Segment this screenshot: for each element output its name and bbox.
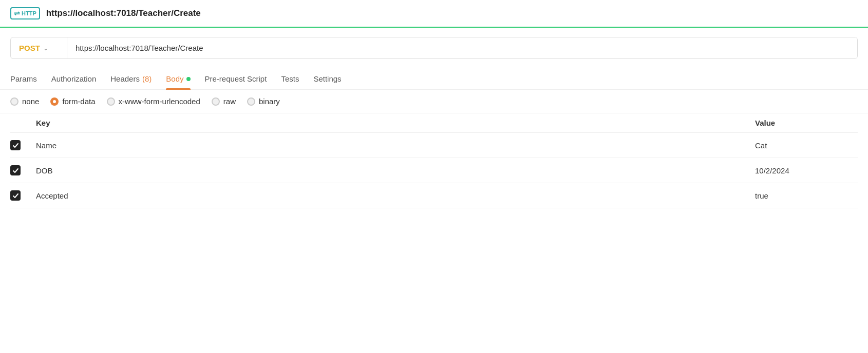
body-type-binary[interactable]: binary <box>247 97 280 106</box>
radio-form-data-icon <box>50 97 59 106</box>
row-row-accepted-value: true <box>755 191 858 200</box>
tab-settings-label: Settings <box>313 74 341 83</box>
value-column-header: Value <box>755 119 858 127</box>
http-arrows-icon: ⇌ <box>14 9 20 17</box>
body-type-form-data[interactable]: form-data <box>50 97 95 106</box>
tab-prerequest[interactable]: Pre-request Script <box>205 68 267 89</box>
radio-x-www-form-urlencoded-icon <box>107 97 115 106</box>
checkbox-row-dob[interactable] <box>10 165 36 175</box>
title-bar: ⇌ HTTP https://localhost:7018/Teacher/Cr… <box>0 0 868 28</box>
tab-headers-label: Headers <box>110 74 140 83</box>
row-row-name-key: Name <box>36 141 755 150</box>
tab-params-label: Params <box>10 74 37 83</box>
table-section: Key Value NameCatDOB10/2/2024Acceptedtru… <box>0 113 868 208</box>
tab-headers[interactable]: Headers (8) <box>110 68 152 89</box>
body-type-raw-label: raw <box>223 97 236 106</box>
tab-body-dot <box>186 77 191 81</box>
body-type-binary-label: binary <box>259 97 280 106</box>
radio-none-icon <box>10 97 18 106</box>
tab-authorization-label: Authorization <box>51 74 97 83</box>
table-body: NameCatDOB10/2/2024Acceptedtrue <box>10 133 858 208</box>
http-badge: ⇌ HTTP <box>10 7 40 19</box>
checkbox-row-accepted[interactable] <box>10 190 36 201</box>
tab-tests[interactable]: Tests <box>281 68 299 89</box>
checkbox-row-dob-icon <box>10 165 21 175</box>
radio-binary-icon <box>247 97 255 106</box>
row-row-accepted-key: Accepted <box>36 191 755 200</box>
row-row-dob-value: 10/2/2024 <box>755 166 858 175</box>
key-column-header: Key <box>36 119 755 127</box>
radio-raw-icon <box>212 97 220 106</box>
table-row: DOB10/2/2024 <box>10 158 858 183</box>
method-selector[interactable]: POST ⌄ <box>11 37 67 58</box>
chevron-down-icon: ⌄ <box>43 45 48 52</box>
body-type-row: noneform-datax-www-form-urlencodedrawbin… <box>0 90 868 113</box>
tab-tests-label: Tests <box>281 74 299 83</box>
tabs-row: ParamsAuthorizationHeaders (8)BodyPre-re… <box>0 68 868 90</box>
tab-headers-count: (8) <box>142 74 152 83</box>
body-type-none-label: none <box>22 97 39 106</box>
row-row-name-value: Cat <box>755 141 858 150</box>
tab-authorization[interactable]: Authorization <box>51 68 97 89</box>
table-header: Key Value <box>10 113 858 133</box>
table-row: Acceptedtrue <box>10 183 858 208</box>
tab-settings[interactable]: Settings <box>313 68 341 89</box>
row-row-dob-key: DOB <box>36 166 755 175</box>
body-type-x-www-form-urlencoded[interactable]: x-www-form-urlencoded <box>107 97 200 106</box>
table-row: NameCat <box>10 133 858 158</box>
title-url: https://localhost:7018/Teacher/Create <box>46 8 201 18</box>
method-label: POST <box>19 44 40 52</box>
body-type-none[interactable]: none <box>10 97 39 106</box>
tab-params[interactable]: Params <box>10 68 37 89</box>
checkbox-row-name[interactable] <box>10 140 36 150</box>
request-row: POST ⌄ <box>10 37 858 59</box>
checkbox-row-accepted-icon <box>10 190 21 201</box>
checkbox-row-name-icon <box>10 140 21 150</box>
body-type-form-data-label: form-data <box>62 97 95 106</box>
tab-body[interactable]: Body <box>166 68 190 89</box>
http-badge-label: HTTP <box>22 10 36 16</box>
url-input[interactable] <box>67 37 857 58</box>
body-type-x-www-form-urlencoded-label: x-www-form-urlencoded <box>119 97 200 106</box>
tab-body-label: Body <box>166 74 183 83</box>
body-type-raw[interactable]: raw <box>212 97 236 106</box>
tab-prerequest-label: Pre-request Script <box>205 74 267 83</box>
